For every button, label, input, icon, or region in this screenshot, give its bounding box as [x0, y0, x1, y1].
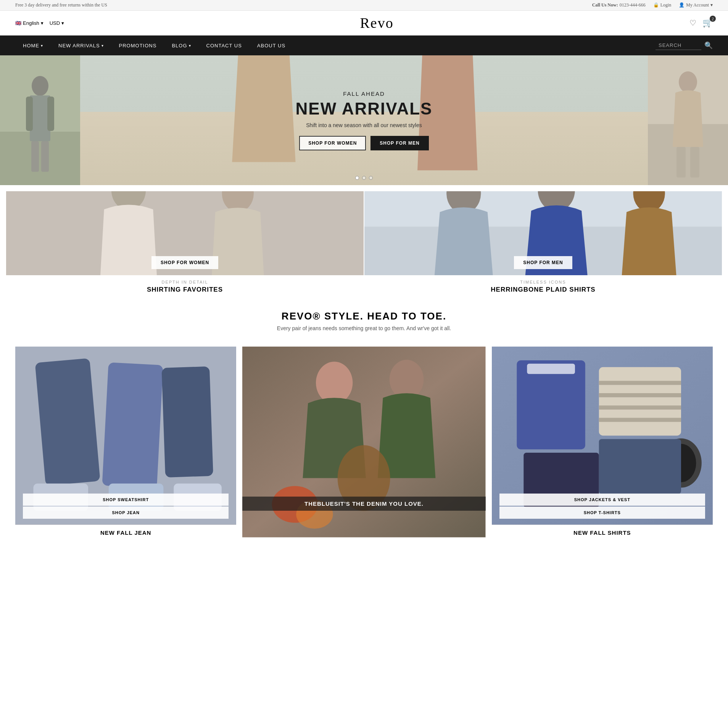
nav-item-contact[interactable]: CONTACT US [199, 35, 250, 55]
jean-image-area: SHOP SWEATSHIRT SHOP JEAN [15, 347, 236, 525]
hero-right-image [648, 55, 728, 185]
search-icon[interactable]: 🔍 [704, 41, 713, 50]
shop-men-category-button[interactable]: SHOP FOR MEN [514, 256, 572, 269]
hero-dots [355, 176, 373, 180]
phone-info: Call Us Now: 0123-444-666 [592, 2, 646, 8]
cart-wrapper[interactable]: 🛒 2 [702, 18, 713, 28]
nav-item-home[interactable]: HOME ▾ [15, 35, 51, 55]
currency-selector[interactable]: USD ▾ [50, 20, 64, 26]
header: 🇬🇧 English ▾ USD ▾ Revo ♡ 🛒 2 [0, 11, 728, 35]
hero-title: NEW ARRIVALS [296, 99, 433, 118]
category-women-panel: SHOP FOR WOMEN [6, 191, 364, 275]
hero-main: FALL AHEAD NEW ARRIVALS Shift into a new… [80, 55, 648, 185]
nav-item-about[interactable]: ABOUT US [250, 35, 293, 55]
promo-text: Free 3 day delivery and free returns wit… [15, 2, 107, 8]
svg-point-46 [316, 362, 353, 404]
nav-blog-arrow: ▾ [189, 44, 191, 48]
shop-sweatshirt-button[interactable]: SHOP SWEATSHIRT [23, 494, 229, 506]
svg-rect-4 [30, 95, 50, 141]
svg-rect-53 [527, 364, 575, 374]
promo-section: REVO® STYLE. HEAD TO TOE. Every pair of … [0, 295, 728, 339]
shirt-title: NEW FALL SHIRTS [492, 525, 713, 537]
nav-item-new-arrivals[interactable]: NEW ARRIVALS ▾ [51, 35, 111, 55]
shop-jean-button[interactable]: SHOP JEAN [23, 507, 229, 519]
svg-rect-8 [41, 141, 49, 172]
svg-rect-41 [161, 366, 213, 478]
category-women-info: DEPTH IN DETAIL SHIRTING FAVORITES [6, 275, 364, 295]
svg-rect-59 [599, 393, 681, 397]
nav-item-promotions[interactable]: PROMOTIONS [111, 35, 164, 55]
language-label: English [23, 20, 39, 26]
wishlist-icon[interactable]: ♡ [689, 18, 696, 27]
hero-side-right [648, 55, 728, 185]
lock-icon: 🔒 [653, 2, 659, 8]
promo-title: REVO® STYLE. HEAD TO TOE. [8, 310, 720, 322]
nav-arrivals-label: NEW ARRIVALS [58, 43, 100, 48]
language-selector[interactable]: 🇬🇧 English ▾ [15, 20, 43, 26]
flag-icon: 🇬🇧 [15, 20, 21, 26]
chevron-down-icon: ▾ [710, 2, 713, 8]
nav-blog-label: BLOG [172, 43, 187, 48]
shop-women-category-button[interactable]: SHOP FOR WOMEN [151, 256, 218, 269]
currency-label: USD [50, 20, 60, 26]
login-link[interactable]: 🔒 Login [653, 2, 672, 8]
nav-about-label: ABOUT US [257, 43, 285, 48]
svg-rect-61 [599, 418, 681, 422]
hero-subtitle: FALL AHEAD [296, 90, 433, 97]
svg-rect-40 [102, 362, 163, 488]
account-link[interactable]: 👤 My Account ▾ [679, 2, 713, 8]
product-card-jean: SHOP SWEATSHIRT SHOP JEAN NEW FALL JEAN [15, 347, 236, 537]
shop-jackets-button[interactable]: SHOP JACKETS & VEST [499, 494, 705, 506]
chevron-down-icon: ▾ [41, 20, 43, 26]
svg-rect-57 [599, 367, 681, 436]
category-men-subtitle: TIMELESS ICONS [364, 280, 722, 284]
category-men: SHOP FOR MEN TIMELESS ICONS HERRINGBONE … [364, 191, 722, 295]
denim-image-area: THEBLUESIT'S THE DENIM YOU LOVE. [242, 347, 485, 537]
svg-rect-17 [676, 147, 686, 177]
shirt-image-area: SHOP JACKETS & VEST SHOP T-SHIRTS [492, 347, 713, 525]
account-label: My Account [686, 2, 709, 8]
chevron-down-icon: ▾ [61, 20, 64, 26]
dot-1[interactable] [355, 176, 359, 180]
nav-items: HOME ▾ NEW ARRIVALS ▾ PROMOTIONS BLOG ▾ … [15, 35, 656, 55]
svg-rect-6 [47, 97, 54, 131]
nav-home-arrow: ▾ [41, 44, 43, 48]
header-left: 🇬🇧 English ▾ USD ▾ [15, 20, 64, 26]
promo-description: Every pair of jeans needs something grea… [8, 325, 720, 331]
nav-home-label: HOME [23, 43, 39, 48]
hero-section: FALL AHEAD NEW ARRIVALS Shift into a new… [0, 55, 728, 185]
hero-side-left [0, 55, 80, 185]
shop-women-button[interactable]: SHOP FOR WOMEN [299, 136, 366, 150]
jean-title: NEW FALL JEAN [15, 525, 236, 537]
nav-search: 🔍 [656, 41, 713, 50]
top-bar-right: Call Us Now: 0123-444-666 🔒 Login 👤 My A… [592, 2, 713, 8]
category-men-info: TIMELESS ICONS HERRINGBONE PLAID SHIRTS [364, 275, 722, 295]
dot-2[interactable] [362, 176, 366, 180]
shop-men-button[interactable]: SHOP FOR MEN [370, 136, 428, 150]
svg-rect-18 [690, 147, 699, 177]
denim-overlay-text: THEBLUESIT'S THE DENIM YOU LOVE. [242, 497, 485, 511]
top-bar: Free 3 day delivery and free returns wit… [0, 0, 728, 11]
svg-rect-39 [35, 358, 100, 486]
main-nav: HOME ▾ NEW ARRIVALS ▾ PROMOTIONS BLOG ▾ … [0, 35, 728, 55]
hero-description: Shift into a new season with all our new… [296, 122, 433, 128]
category-women-subtitle: DEPTH IN DETAIL [6, 280, 364, 284]
svg-point-16 [679, 71, 697, 93]
nav-arrivals-arrow: ▾ [101, 44, 104, 48]
hero-left-image [0, 55, 80, 185]
category-women-overlay: SHOP FOR WOMEN [6, 191, 364, 275]
site-logo[interactable]: Revo [360, 15, 393, 31]
cart-badge: 2 [710, 16, 716, 22]
dot-3[interactable] [369, 176, 373, 180]
header-right: ♡ 🛒 2 [689, 18, 713, 28]
search-input[interactable] [656, 41, 701, 50]
product-card-denim: THEBLUESIT'S THE DENIM YOU LOVE. [242, 347, 485, 537]
category-women-title: SHIRTING FAVORITES [6, 286, 364, 294]
nav-item-blog[interactable]: BLOG ▾ [164, 35, 198, 55]
nav-promotions-label: PROMOTIONS [119, 43, 157, 48]
login-label: Login [660, 2, 672, 8]
jean-buttons: SHOP SWEATSHIRT SHOP JEAN [15, 494, 236, 525]
category-men-panel: SHOP FOR MEN [364, 191, 722, 275]
hero-buttons: SHOP FOR WOMEN SHOP FOR MEN [296, 136, 433, 150]
shop-tshirts-button[interactable]: SHOP T-SHIRTS [499, 507, 705, 519]
